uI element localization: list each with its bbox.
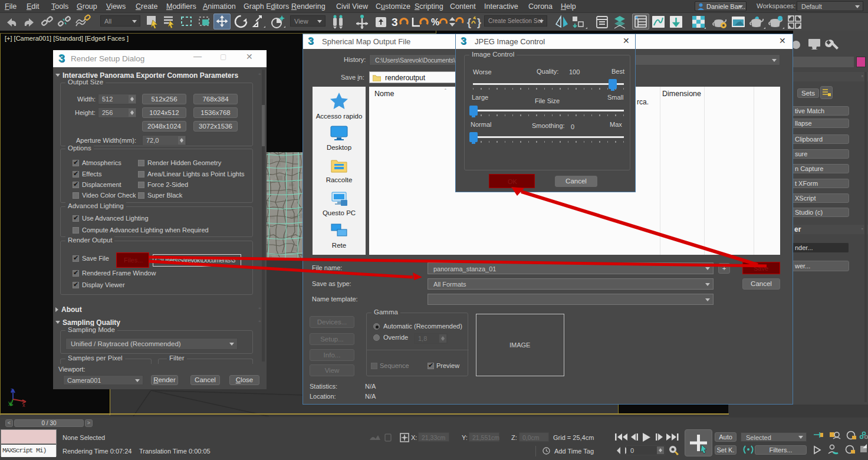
svg-text:%: % bbox=[431, 17, 439, 27]
svg-text:{: { bbox=[467, 17, 471, 28]
svg-text:y: y bbox=[8, 400, 11, 406]
svg-text:z: z bbox=[11, 387, 14, 393]
svg-text:x: x bbox=[22, 402, 25, 408]
svg-text:3: 3 bbox=[392, 16, 398, 28]
svg-text:}: } bbox=[477, 17, 481, 28]
